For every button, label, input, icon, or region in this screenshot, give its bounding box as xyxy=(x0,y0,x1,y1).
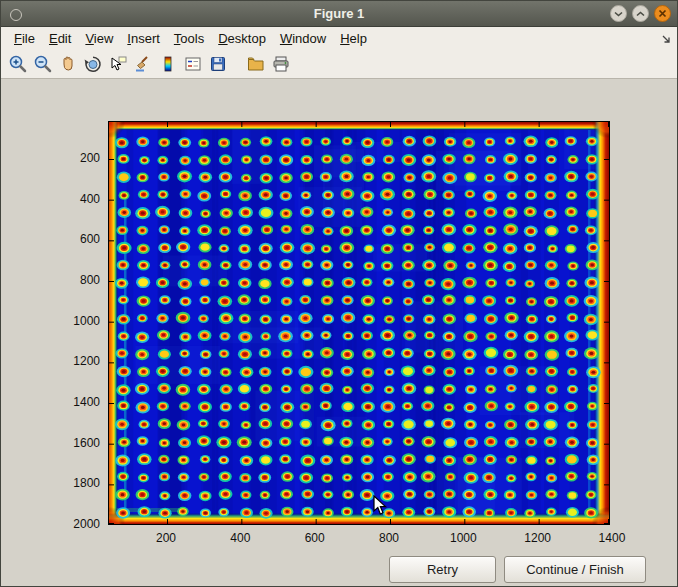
chevron-up-icon xyxy=(636,11,645,17)
x-tick-label: 600 xyxy=(291,531,339,545)
close-icon xyxy=(658,9,667,18)
shade-button[interactable] xyxy=(610,5,627,22)
pan-hand-icon[interactable] xyxy=(56,52,80,76)
continue-finish-button[interactable]: Continue / Finish xyxy=(504,556,646,583)
menu-item-tools[interactable]: Tools xyxy=(167,29,211,48)
menubar: File Edit View Insert Tools Desktop Wind… xyxy=(1,27,677,49)
dock-arrow-icon[interactable] xyxy=(660,31,672,49)
x-tick-label: 1400 xyxy=(588,531,636,545)
print-icon[interactable] xyxy=(269,52,293,76)
y-tick-label: 400 xyxy=(56,192,100,206)
menu-item-help[interactable]: Help xyxy=(333,29,374,48)
x-tick-label: 800 xyxy=(365,531,413,545)
zoom-in-icon[interactable] xyxy=(6,52,30,76)
y-tick-label: 800 xyxy=(56,273,100,287)
menu-item-view[interactable]: View xyxy=(78,29,120,48)
maximize-button[interactable] xyxy=(632,5,649,22)
window-title: Figure 1 xyxy=(314,6,365,21)
y-tick-label: 1200 xyxy=(56,354,100,368)
y-tick-label: 1600 xyxy=(56,436,100,450)
save-icon[interactable] xyxy=(206,52,230,76)
figure-window: Figure 1 File Edit View Insert Tools Des… xyxy=(0,0,678,587)
x-tick-label: 1000 xyxy=(439,531,487,545)
menu-item-insert[interactable]: Insert xyxy=(120,29,167,48)
window-menu-icon[interactable] xyxy=(10,9,22,21)
y-tick-label: 1800 xyxy=(56,476,100,490)
legend-icon[interactable] xyxy=(181,52,205,76)
close-button[interactable] xyxy=(654,5,671,22)
data-cursor-icon[interactable] xyxy=(106,52,130,76)
chevron-down-icon xyxy=(614,11,623,17)
y-tick-label: 1000 xyxy=(56,314,100,328)
open-folder-icon[interactable] xyxy=(244,52,268,76)
menu-item-edit[interactable]: Edit xyxy=(42,29,78,48)
brush-icon[interactable] xyxy=(131,52,155,76)
titlebar: Figure 1 xyxy=(1,1,677,27)
plot-axes xyxy=(108,121,610,525)
figure-toolbar xyxy=(1,49,677,79)
rotate-3d-icon[interactable] xyxy=(81,52,105,76)
y-tick-label: 600 xyxy=(56,232,100,246)
y-tick-label: 200 xyxy=(56,151,100,165)
x-tick-label: 200 xyxy=(142,531,190,545)
y-tick-label: 1400 xyxy=(56,395,100,409)
x-tick-label: 400 xyxy=(216,531,264,545)
menu-item-window[interactable]: Window xyxy=(273,29,333,48)
menu-item-desktop[interactable]: Desktop xyxy=(211,29,273,48)
colorbar-icon[interactable] xyxy=(156,52,180,76)
y-tick-label: 2000 xyxy=(56,517,100,531)
x-tick-label: 1200 xyxy=(514,531,562,545)
menu-item-file[interactable]: File xyxy=(7,29,42,48)
figure-image-canvas[interactable] xyxy=(109,122,609,524)
retry-button[interactable]: Retry xyxy=(389,556,496,583)
zoom-out-icon[interactable] xyxy=(31,52,55,76)
